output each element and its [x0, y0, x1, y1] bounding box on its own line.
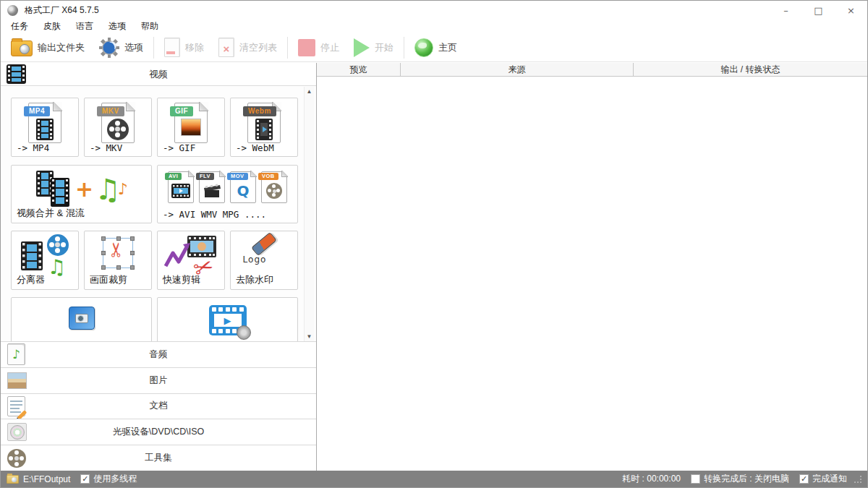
grid-item-to-webm[interactable]: Webm: [230, 98, 298, 157]
grid-item-label: 画面裁剪: [90, 273, 127, 286]
menu-help[interactable]: 帮助: [141, 20, 158, 33]
toolbar-separator: [404, 37, 404, 59]
close-button[interactable]: ×: [835, 1, 867, 20]
column-output-status[interactable]: 输出 / 转换状态: [634, 63, 867, 76]
grid-item-video-player[interactable]: ▶: [157, 297, 298, 341]
scroll-up-icon[interactable]: ▲: [307, 87, 312, 96]
category-list: ♪ 音频 图片 文档 光驱设备\DVD\CD\ISO: [1, 341, 316, 471]
grid-item-remove-watermark[interactable]: Logo 去除水印: [230, 231, 298, 290]
mp4-file-icon: MP4: [28, 103, 61, 143]
start-button[interactable]: 开始: [346, 35, 401, 61]
stop-icon: [298, 39, 315, 56]
grid-item-to-mkv[interactable]: MKV -> MKV: [84, 98, 152, 157]
grid-item-label: 视频合并 & 混流: [17, 207, 85, 220]
check-icon: ✓: [801, 475, 807, 483]
output-folder-button[interactable]: 输出文件夹: [4, 35, 92, 61]
menu-skin[interactable]: 皮肤: [43, 20, 61, 33]
tab-document-label: 文档: [1, 400, 316, 412]
grid-item-label: 去除水印: [236, 273, 273, 286]
clear-list-label: 清空列表: [239, 41, 277, 54]
grid-item-video-merge-mux[interactable]: + ♫ ♪ 视频合并 & 混流: [11, 165, 152, 223]
home-button[interactable]: 主页: [407, 35, 464, 61]
music-notes-icon: ♫: [95, 175, 121, 204]
notify-checkbox[interactable]: ✓: [799, 474, 809, 484]
grid-item-label: 快速剪辑: [163, 273, 200, 286]
tab-toolset-label: 工具集: [1, 452, 316, 464]
main-area: 视频 MP4: [1, 63, 867, 471]
shutdown-label[interactable]: 转换完成后 : 关闭电脑: [704, 473, 789, 485]
menu-bar: 任务 皮肤 语言 选项 帮助: [1, 20, 867, 33]
output-folder-small-icon[interactable]: [7, 475, 19, 484]
menu-options[interactable]: 选项: [109, 20, 126, 33]
grid-item-to-mp4[interactable]: MP4: [11, 98, 79, 157]
remove-button[interactable]: 移除: [157, 35, 211, 61]
grid-scrollbar[interactable]: ▲ ▼: [304, 87, 314, 341]
tab-picture[interactable]: 图片: [1, 367, 316, 393]
status-bar-right: 耗时 : 00:00:00 转换完成后 : 关闭电脑 ✓ 完成通知: [622, 473, 861, 485]
tab-disc-device-label: 光驱设备\DVD\CD\ISO: [1, 426, 316, 438]
table-header: 预览 来源 输出 / 转换状态: [317, 63, 867, 77]
resize-grip[interactable]: [854, 476, 861, 483]
logo-text: Logo: [243, 255, 267, 264]
video-player-icon: ▶: [209, 305, 247, 335]
menu-task[interactable]: 任务: [11, 20, 28, 33]
webm-file-icon: Webm: [247, 103, 281, 143]
film-reel-icon: [47, 234, 69, 256]
elapsed-time: 耗时 : 00:00:00: [622, 473, 681, 485]
window-title: 格式工厂 X64 5.7.5: [25, 4, 99, 17]
grid-item-to-avi-wmv-mpg[interactable]: AVI FLV: [157, 165, 298, 223]
output-folder-label: 输出文件夹: [38, 41, 85, 54]
window-controls: – □ ×: [770, 1, 867, 20]
minimize-button[interactable]: –: [770, 1, 802, 20]
column-preview[interactable]: 预览: [317, 63, 401, 76]
grid-item-quick-clip[interactable]: ✂ 快速剪辑: [157, 231, 225, 290]
app-window: 格式工厂 X64 5.7.5 – □ × 任务 皮肤 语言 选项 帮助 输出文件…: [0, 0, 868, 488]
tab-audio[interactable]: ♪ 音频: [1, 341, 316, 367]
grid-item-label: -> WebM: [236, 142, 274, 153]
grid-item-label: -> AVI WMV MPG ....: [163, 209, 266, 220]
multithread-checkbox[interactable]: ✓: [80, 474, 90, 484]
avi-file-icon: AVI: [168, 171, 194, 203]
menu-language[interactable]: 语言: [76, 20, 93, 33]
grid-item-splitter[interactable]: ♫ 分离器: [11, 231, 79, 290]
eraser-icon: [251, 232, 277, 256]
remove-label: 移除: [185, 41, 204, 54]
sunset-image-icon: [181, 119, 201, 136]
options-label: 选项: [124, 41, 143, 54]
tab-video[interactable]: 视频: [1, 63, 316, 86]
task-list-empty[interactable]: [317, 77, 867, 471]
tab-picture-label: 图片: [1, 374, 316, 387]
sidebar: 视频 MP4: [1, 63, 316, 471]
camcorder-icon: [69, 307, 95, 330]
tab-document[interactable]: 文档: [1, 393, 316, 419]
film-reel-icon: [266, 183, 282, 199]
grid-item-screen-recorder[interactable]: [11, 297, 152, 341]
column-source[interactable]: 来源: [401, 63, 634, 76]
output-path[interactable]: E:\FFOutput: [23, 474, 70, 484]
tab-video-label: 视频: [1, 68, 316, 81]
notify-label[interactable]: 完成通知: [812, 473, 847, 485]
multithread-label[interactable]: 使用多线程: [93, 473, 137, 485]
globe-icon: [414, 38, 433, 57]
grid-item-to-gif[interactable]: GIF -> GIF: [157, 98, 225, 157]
scroll-down-icon[interactable]: ▼: [307, 332, 312, 341]
clear-list-button[interactable]: × 清空列表: [211, 35, 284, 61]
film-reel-icon: [107, 119, 129, 140]
gif-file-icon: GIF: [174, 103, 208, 143]
grid-item-crop[interactable]: ✂ 画面裁剪: [84, 231, 152, 290]
gear-icon: [99, 38, 119, 58]
play-icon: [354, 38, 370, 57]
shutdown-checkbox[interactable]: [691, 474, 700, 484]
maximize-button[interactable]: □: [802, 1, 835, 20]
toolbar: 输出文件夹 选项 移除 ×: [1, 33, 867, 62]
video-format-grid: MP4: [1, 86, 316, 341]
quicktime-icon: Q: [237, 184, 249, 198]
toolbar-separator: [153, 37, 154, 59]
grid-item-label: -> MP4: [17, 142, 49, 153]
music-note-icon: ♪: [118, 181, 128, 197]
options-button[interactable]: 选项: [92, 35, 150, 61]
stop-button[interactable]: 停止: [291, 35, 346, 61]
tab-disc-device[interactable]: 光驱设备\DVD\CD\ISO: [1, 419, 316, 445]
music-notes-icon: ♫: [48, 257, 66, 278]
tab-toolset[interactable]: 工具集: [1, 445, 316, 471]
